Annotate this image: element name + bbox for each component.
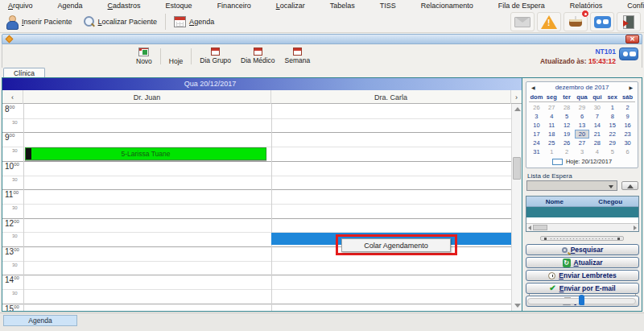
- calendar-day[interactable]: 24: [529, 139, 544, 147]
- calendar-day[interactable]: 27: [544, 103, 559, 112]
- calendar-day[interactable]: 11: [544, 121, 559, 130]
- table-row-selected[interactable]: [526, 207, 638, 217]
- calendar-day[interactable]: 30: [620, 139, 635, 147]
- menu-item-tiss[interactable]: TISS: [372, 1, 413, 10]
- dia-grupo-button[interactable]: Dia Grupo: [195, 47, 236, 65]
- slider-handle[interactable]: [579, 295, 584, 305]
- calendar-day[interactable]: 18: [544, 130, 559, 139]
- calendar-day[interactable]: 26: [529, 103, 544, 112]
- calendar-prev-icon[interactable]: ◀: [531, 85, 535, 90]
- calendar-day[interactable]: 16: [620, 121, 635, 130]
- calendar-day[interactable]: 29: [605, 139, 620, 147]
- calendar-day[interactable]: 4: [544, 112, 559, 121]
- calendar-day[interactable]: 25: [544, 139, 559, 147]
- semana-button[interactable]: Semana: [280, 47, 316, 65]
- exit-door-icon: [623, 15, 634, 29]
- menu-item-estoque[interactable]: Estoque: [158, 1, 209, 10]
- menu-item-arquivo[interactable]: Arquivo: [0, 1, 50, 10]
- calendar-day[interactable]: 26: [559, 139, 575, 147]
- atualizar-button[interactable]: ↻Atualizar: [526, 257, 639, 268]
- alerts-button[interactable]: !: [537, 12, 561, 31]
- grid-vertical-scrollbar[interactable]: [511, 104, 522, 311]
- scroll-up-icon[interactable]: [514, 107, 521, 111]
- appointment-larissa-tuane[interactable]: 5-Larissa Tuane: [25, 147, 266, 160]
- contacts-button[interactable]: [590, 12, 614, 31]
- menu-item-financeiro[interactable]: Financeiro: [209, 1, 268, 10]
- agenda-button[interactable]: Agenda: [169, 12, 219, 31]
- tab-clinica[interactable]: Clínica: [3, 68, 45, 77]
- calendar-day[interactable]: 30: [589, 103, 605, 112]
- calendar-day[interactable]: 9: [620, 112, 635, 121]
- calendar-day[interactable]: 1: [544, 147, 559, 156]
- column-header-dr-juan[interactable]: Dr. Juan: [23, 90, 271, 104]
- calendar-day[interactable]: 6: [620, 147, 635, 156]
- calendar-day[interactable]: 13: [575, 121, 590, 130]
- calendar-day[interactable]: 2: [559, 147, 575, 156]
- collapse-up-button[interactable]: [621, 181, 638, 190]
- calendar-day[interactable]: 2: [620, 103, 635, 112]
- calendar-day[interactable]: 1: [605, 103, 620, 112]
- next-column-arrow[interactable]: ›: [511, 90, 522, 104]
- calendar-day[interactable]: 10: [529, 121, 544, 130]
- insert-patient-button[interactable]: Inserir Paciente: [0, 12, 77, 31]
- scroll-left-icon[interactable]: [528, 225, 531, 230]
- calendar-day[interactable]: 15: [605, 121, 620, 130]
- scrollbar-thumb[interactable]: [533, 225, 547, 230]
- column-header-dra-carla[interactable]: Dra. Carla: [271, 90, 511, 104]
- calendar-day[interactable]: 31: [529, 147, 544, 156]
- calendar-day[interactable]: 22: [605, 130, 620, 139]
- waiting-list-dropdown[interactable]: [526, 180, 617, 191]
- calendar-day[interactable]: 23: [620, 130, 635, 139]
- calendar-day[interactable]: 7: [589, 112, 605, 121]
- calendar-day[interactable]: 28: [589, 139, 605, 147]
- menu-item-tabelas[interactable]: Tabelas: [322, 1, 372, 10]
- menu-item-configuracoes[interactable]: Configurações: [619, 1, 644, 10]
- calendar-day[interactable]: 3: [529, 112, 544, 121]
- calendar-day[interactable]: 5: [605, 147, 620, 156]
- birthdays-button[interactable]: [564, 12, 588, 31]
- scroll-down-icon[interactable]: [514, 304, 521, 308]
- prev-column-arrow[interactable]: ‹: [2, 90, 23, 104]
- calendar-day[interactable]: 20: [575, 130, 590, 139]
- table-horizontal-scrollbar[interactable]: [526, 223, 638, 231]
- calendar-day[interactable]: 5: [559, 112, 575, 121]
- menu-item-relatorios[interactable]: Relatórios: [562, 1, 620, 10]
- menu-item-localizar[interactable]: Localizar: [268, 1, 322, 10]
- close-button[interactable]: ✕: [625, 35, 639, 43]
- time-grid-body[interactable]: 8003090030100030110030120030130030140030…: [2, 104, 522, 311]
- calendar-day[interactable]: 14: [589, 121, 605, 130]
- tab-agenda-bottom[interactable]: Agenda: [3, 315, 77, 326]
- messages-button[interactable]: [510, 12, 535, 31]
- enviar-lembretes-button[interactable]: Enviar Lembretes: [526, 270, 639, 281]
- calendar-day[interactable]: 28: [559, 103, 575, 112]
- panel-splitter[interactable]: [540, 236, 624, 241]
- exit-button[interactable]: [617, 12, 641, 31]
- enviar-email-button[interactable]: ✔Enviar por E-mail: [526, 283, 639, 294]
- scrollbar-thumb[interactable]: [513, 157, 521, 180]
- calendar-next-icon[interactable]: ▶: [629, 85, 633, 90]
- column-nome[interactable]: Nome: [526, 197, 583, 206]
- calendar-day[interactable]: 6: [575, 112, 590, 121]
- calendar-day[interactable]: 12: [559, 121, 575, 130]
- menu-item-agenda[interactable]: Agenda: [50, 1, 100, 10]
- scroll-right-icon[interactable]: [634, 225, 637, 230]
- calendar-day[interactable]: 19: [559, 130, 575, 139]
- calendar-day[interactable]: 21: [589, 130, 605, 139]
- calendar-day[interactable]: 8: [605, 112, 620, 121]
- calendar-day[interactable]: 4: [589, 147, 605, 156]
- context-menu-colar-agendamento[interactable]: Colar Agendamento: [341, 238, 451, 252]
- calendar-day[interactable]: 29: [575, 103, 590, 112]
- calendar-day[interactable]: 3: [575, 147, 590, 156]
- calendar-day[interactable]: 17: [529, 130, 544, 139]
- locate-patient-button[interactable]: Localizar Paciente: [77, 12, 163, 31]
- calendar-day[interactable]: 27: [575, 139, 590, 147]
- menu-item-cadastros[interactable]: Cadastros: [100, 1, 158, 10]
- novo-button[interactable]: Novo: [131, 47, 157, 66]
- chat-icon[interactable]: [619, 48, 638, 60]
- menu-item-relacionamento[interactable]: Relacionamento: [413, 1, 490, 10]
- column-chegou[interactable]: Chegou: [583, 197, 639, 206]
- dia-medico-button[interactable]: Dia Médico: [236, 47, 280, 65]
- menu-item-fila-de-espera[interactable]: Fila de Espera: [490, 1, 562, 10]
- hoje-button[interactable]: Hoje: [164, 47, 188, 66]
- pesquisar-button[interactable]: Pesquisar: [526, 244, 639, 255]
